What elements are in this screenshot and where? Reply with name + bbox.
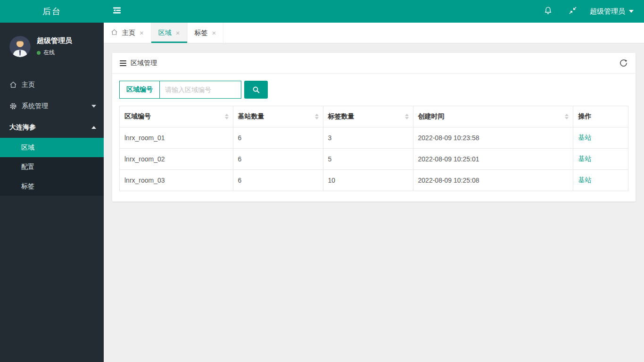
bell-icon	[544, 6, 553, 17]
sort-icon[interactable]	[565, 114, 569, 119]
tab-tag[interactable]: 标签 ×	[188, 23, 224, 43]
sidebar-subitem-label: 标签	[21, 182, 34, 191]
column-header-tag-count[interactable]: 标签数量	[323, 106, 413, 127]
content-area: 区域管理 区域编号	[104, 43, 644, 362]
cell-created-at: 2022-08-09 10:23:58	[413, 127, 573, 149]
sidebar-subitem-region[interactable]: 区域	[0, 138, 104, 157]
tab-home[interactable]: 主页 ×	[104, 23, 151, 43]
close-icon[interactable]: ×	[212, 29, 216, 36]
sidebar-subitem-label: 区域	[21, 143, 34, 152]
base-station-link[interactable]: 基站	[578, 155, 591, 162]
region-id-search-input[interactable]	[160, 81, 241, 98]
sidebar-subitem-config[interactable]: 配置	[0, 157, 104, 177]
column-header-actions: 操作	[573, 106, 628, 127]
cell-tag-count: 5	[323, 149, 413, 170]
cell-base-station-count: 6	[233, 127, 323, 149]
home-icon	[9, 81, 22, 88]
refresh-button[interactable]	[619, 59, 628, 67]
search-row: 区域编号	[119, 81, 628, 99]
sidebar-item-label: 系统管理	[22, 102, 48, 110]
gear-icon	[9, 102, 22, 110]
cell-actions: 基站	[573, 149, 628, 170]
user-dropdown-label: 超级管理员	[590, 7, 625, 16]
search-button[interactable]	[244, 81, 268, 99]
cell-region-id: lnrx_room_01	[120, 127, 233, 149]
cell-region-id: lnrx_room_03	[120, 170, 233, 191]
cell-base-station-count: 6	[233, 149, 323, 170]
sidebar-item-label: 主页	[22, 81, 35, 89]
column-header-base-station-count[interactable]: 基站数量	[233, 106, 323, 127]
sort-icon[interactable]	[225, 114, 229, 119]
base-station-link[interactable]: 基站	[578, 176, 591, 184]
user-info: 超级管理员 在线	[37, 36, 72, 57]
search-input-group: 区域编号	[119, 81, 241, 99]
refresh-icon	[619, 59, 628, 67]
column-label: 基站数量	[238, 112, 264, 120]
online-dot-icon	[37, 51, 41, 55]
tab-label: 标签	[195, 29, 208, 37]
close-icon[interactable]: ×	[176, 29, 180, 36]
column-header-region-id[interactable]: 区域编号	[120, 106, 233, 127]
panel-body: 区域编号	[112, 74, 636, 202]
cell-actions: 基站	[573, 127, 628, 149]
sidebar-item-home[interactable]: 主页	[0, 74, 104, 95]
column-label: 标签数量	[328, 112, 355, 120]
column-header-created-at[interactable]: 创建时间	[413, 106, 573, 127]
list-icon	[120, 60, 126, 66]
notifications-button[interactable]	[536, 0, 561, 23]
panel-title: 区域管理	[131, 59, 157, 67]
close-icon[interactable]: ×	[140, 29, 144, 36]
tab-region[interactable]: 区域 ×	[151, 23, 188, 43]
panel-header: 区域管理	[112, 53, 636, 74]
sidebar: 超级管理员 在线 主页 系统管理	[0, 23, 104, 362]
table-row: lnrx_room_01 6 3 2022-08-09 10:23:58 基站	[120, 127, 628, 149]
tab-label: 主页	[122, 29, 135, 37]
caret-down-icon	[91, 105, 96, 108]
cell-tag-count: 10	[323, 170, 413, 191]
sidebar-subitem-label: 配置	[21, 163, 34, 171]
cell-tag-count: 3	[323, 127, 413, 149]
region-table: 区域编号 基站数量 标签数量	[119, 106, 628, 191]
sidebar-subitem-tag[interactable]: 标签	[0, 177, 104, 196]
column-label: 操作	[578, 112, 591, 120]
sidebar-toggle-button[interactable]	[104, 0, 130, 23]
fullscreen-exit-icon	[569, 6, 577, 17]
tab-label: 区域	[158, 29, 172, 37]
sidebar-user-panel: 超级管理员 在线	[0, 23, 104, 57]
sidebar-item-dalian-haishen[interactable]: 大连海参	[0, 117, 104, 138]
cell-created-at: 2022-08-09 10:25:08	[413, 170, 573, 191]
topbar-right: 超级管理员	[536, 0, 644, 23]
base-station-link[interactable]: 基站	[578, 134, 591, 141]
user-status-label: 在线	[43, 49, 55, 57]
sidebar-item-system-management[interactable]: 系统管理	[0, 95, 104, 117]
main-area: 主页 × 区域 × 标签 × 区域管理	[104, 0, 644, 362]
sort-icon[interactable]	[315, 114, 319, 119]
avatar	[9, 36, 31, 57]
column-label: 区域编号	[124, 112, 151, 120]
topbar: 后台	[0, 0, 644, 23]
sort-icon[interactable]	[405, 114, 409, 119]
cell-region-id: lnrx_room_02	[120, 149, 233, 170]
brand-title: 后台	[0, 0, 104, 23]
user-dropdown[interactable]: 超级管理员	[585, 0, 644, 23]
column-label: 创建时间	[418, 112, 445, 120]
caret-down-icon	[629, 10, 634, 13]
menu-toggle-icon	[112, 6, 122, 17]
caret-up-icon	[91, 126, 96, 129]
sidebar-menu: 主页 系统管理 大连海参 区域 配置 标签	[0, 74, 104, 196]
table-row: lnrx_room_02 6 5 2022-08-09 10:25:01 基站	[120, 149, 628, 170]
region-management-panel: 区域管理 区域编号	[112, 53, 636, 202]
user-name: 超级管理员	[37, 36, 72, 45]
cell-actions: 基站	[573, 170, 628, 191]
table-row: lnrx_room_03 6 10 2022-08-09 10:25:08 基站	[120, 170, 628, 191]
home-icon	[111, 29, 118, 37]
table-header-row: 区域编号 基站数量 标签数量	[120, 106, 628, 127]
cell-created-at: 2022-08-09 10:25:01	[413, 149, 573, 170]
sidebar-submenu: 区域 配置 标签	[0, 138, 104, 196]
search-icon	[252, 86, 260, 94]
search-field-label: 区域编号	[120, 81, 160, 98]
tab-bar: 主页 × 区域 × 标签 ×	[104, 23, 644, 43]
fullscreen-button[interactable]	[561, 0, 585, 23]
cell-base-station-count: 6	[233, 170, 323, 191]
sidebar-item-label: 大连海参	[9, 123, 36, 132]
